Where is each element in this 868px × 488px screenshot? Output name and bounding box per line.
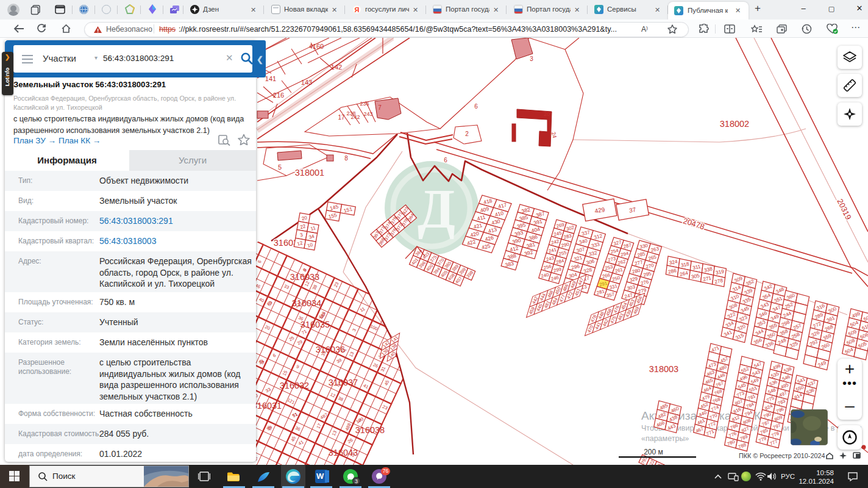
svg-text:7: 7 [378,104,382,111]
svg-text:141: 141 [265,75,276,82]
svg-text:200 м: 200 м [644,448,663,456]
svg-text:8: 8 [344,155,348,162]
svg-text:2: 2 [465,131,469,137]
svg-text:318002: 318002 [720,119,749,129]
svg-text:20: 20 [544,111,550,117]
svg-text:243: 243 [363,111,372,117]
svg-text:242: 242 [350,114,360,120]
svg-text:5: 5 [278,163,282,171]
svg-text:3: 3 [530,56,533,62]
svg-text:«параметры»: «параметры» [641,434,689,443]
svg-text:143: 143 [301,79,312,86]
svg-text:4160: 4160 [309,43,324,50]
svg-text:6: 6 [444,157,447,163]
svg-text:236: 236 [360,101,369,107]
svg-text:142: 142 [331,63,342,71]
svg-text:ПКК © Росреестр 2010-2024: ПКК © Росреестр 2010-2024 [739,452,825,459]
svg-text:Д: Д [418,179,455,239]
svg-text:216: 216 [273,92,284,99]
svg-text:318003: 318003 [649,364,678,374]
svg-text:6: 6 [474,103,478,110]
svg-text:17: 17 [338,114,345,121]
svg-text:318001: 318001 [295,168,324,178]
